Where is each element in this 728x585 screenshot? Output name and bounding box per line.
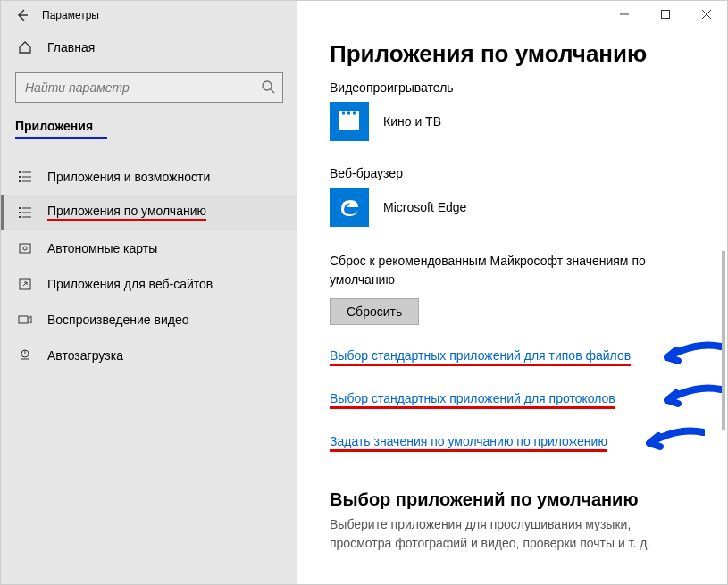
annotation-arrow-icon [642,427,705,455]
map-icon [17,240,33,256]
browser-name: Microsoft Edge [383,200,466,214]
arrow-left-icon [15,8,29,22]
startup-icon [17,347,33,364]
list-icon [17,169,33,185]
video-player-name: Кино и ТВ [383,114,441,129]
svg-rect-18 [19,316,28,323]
sidebar-item-apps-websites[interactable]: Приложения для веб-сайтов [1,266,297,302]
svg-rect-10 [19,212,21,213]
browser-tile[interactable]: Microsoft Edge [330,188,695,227]
sidebar-item-label: Приложения по умолчанию [47,204,206,221]
search-icon [261,79,275,96]
video-icon [17,312,33,328]
links-group: Выбор стандартных приложений для типов ф… [330,348,695,464]
browser-label: Веб-браузер [330,166,695,180]
sidebar-item-label: Приложения для веб-сайтов [47,277,213,291]
svg-rect-5 [19,180,21,182]
page-title: Приложения по умолчанию [330,40,695,68]
svg-rect-29 [347,112,350,115]
section2-description: Выберите приложения для прослушивания му… [330,515,695,553]
main-area: Приложения по умолчанию Видеопроигрывате… [297,1,727,584]
content: Приложения по умолчанию Видеопроигрывате… [297,1,727,562]
svg-rect-4 [19,176,21,178]
svg-rect-9 [19,207,21,209]
link-by-app[interactable]: Задать значения по умолчанию по приложен… [330,434,607,452]
sidebar: Параметры Главная Приложения Приложения … [1,1,297,584]
svg-rect-30 [353,112,356,115]
sidebar-home[interactable]: Главная [1,29,297,65]
sidebar-item-video-playback[interactable]: Воспроизведение видео [1,302,297,338]
video-player-tile[interactable]: Кино и ТВ [330,102,695,141]
section2-title: Выбор приложений по умолчанию [330,489,695,510]
svg-rect-23 [662,11,670,19]
back-button[interactable] [6,1,38,29]
search-input[interactable] [23,79,261,96]
svg-rect-3 [19,171,21,173]
defaults-icon [17,205,33,221]
search-box[interactable] [15,72,283,103]
svg-rect-28 [342,112,345,115]
svg-rect-11 [19,216,21,218]
video-player-label: Видеопроигрыватель [330,80,695,95]
sidebar-item-label: Автозагрузка [47,348,123,363]
window-title: Параметры [42,9,99,21]
reset-description: Сброс к рекомендованным Майкрософт значе… [330,252,695,289]
edge-icon [330,188,369,227]
sidebar-item-apps-features[interactable]: Приложения и возможности [1,159,297,195]
reset-button[interactable]: Сбросить [330,298,419,325]
titlebar: Параметры [1,1,297,29]
sidebar-item-label: Приложения и возможности [47,170,210,184]
annotation-arrow-icon [660,384,723,413]
svg-point-1 [263,81,272,90]
svg-rect-26 [339,114,359,130]
svg-line-2 [271,89,274,93]
sidebar-home-label: Главная [47,40,95,54]
scrollbar[interactable] [722,251,725,430]
window-controls [604,1,727,28]
sidebar-item-offline-maps[interactable]: Автономные карты [1,230,297,266]
close-button[interactable] [686,1,727,28]
sidebar-item-default-apps[interactable]: Приложения по умолчанию [1,195,297,230]
sidebar-item-label: Автономные карты [47,241,157,255]
link-protocols[interactable]: Выбор стандартных приложений для протоко… [330,391,615,409]
maximize-button[interactable] [645,1,686,28]
home-icon [17,39,33,55]
svg-point-16 [23,247,27,250]
sidebar-category: Приложения [15,115,107,139]
sidebar-item-startup[interactable]: Автозагрузка [1,338,297,373]
annotation-arrow-icon [660,341,723,370]
svg-rect-15 [20,244,30,253]
launch-icon [17,276,33,292]
sidebar-item-label: Воспроизведение видео [47,313,188,327]
minimize-button[interactable] [604,1,645,28]
link-file-types[interactable]: Выбор стандартных приложений для типов ф… [330,348,631,366]
sidebar-nav: Приложения и возможности Приложения по у… [1,148,297,373]
movies-tv-icon [330,102,369,141]
